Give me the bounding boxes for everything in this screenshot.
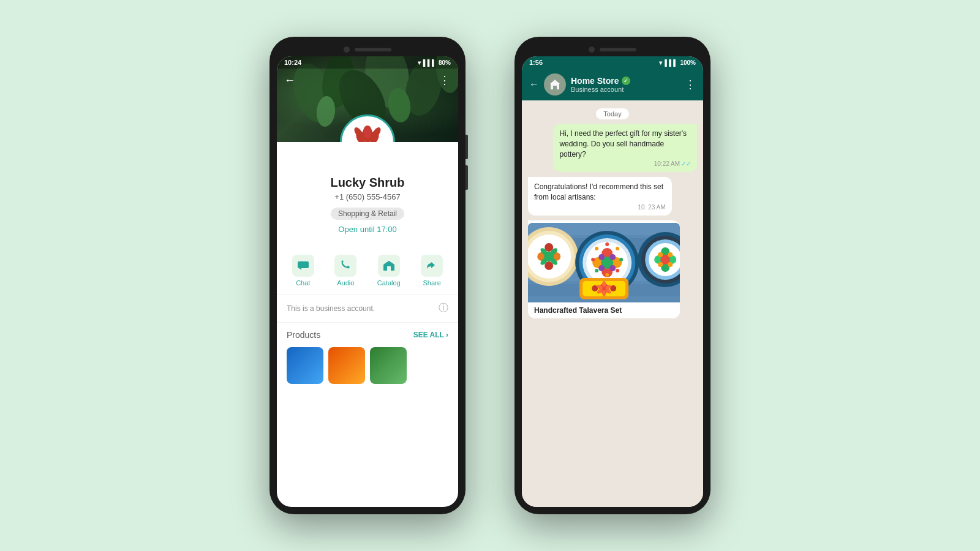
front-camera-2: [589, 47, 595, 53]
shrub-logo: LUCKYSHRUB: [352, 119, 383, 142]
svg-point-15: [364, 126, 371, 138]
catalog-label: Catalog: [377, 279, 401, 287]
svg-point-54: [598, 265, 605, 271]
back-button-1[interactable]: ←: [284, 74, 295, 87]
time-display-2: 1:56: [529, 59, 543, 66]
product-card-image: [528, 223, 680, 302]
svg-point-86: [658, 262, 663, 267]
share-label: Share: [423, 279, 441, 287]
svg-rect-16: [298, 261, 309, 268]
svg-point-56: [605, 242, 609, 246]
share-icon: [421, 255, 443, 277]
svg-point-57: [616, 247, 619, 250]
phone-2-screen: 1:56 ▾ ▌▌▌ 100% ← Home Store: [522, 56, 703, 507]
phone-1-notch: [277, 44, 458, 56]
business-hours: Open until 17:00: [287, 225, 448, 234]
svg-marker-17: [299, 268, 301, 270]
product-thumb-1[interactable]: [287, 347, 323, 384]
message-received-1: Congratulations! I'd recommend this set …: [528, 177, 672, 216]
share-action-button[interactable]: Share: [421, 255, 443, 287]
signal-icon: ▌▌▌: [423, 59, 436, 66]
svg-point-58: [619, 258, 623, 261]
svg-point-69: [602, 281, 606, 287]
menu-button-1[interactable]: ⋮: [439, 73, 451, 87]
speaker-2: [600, 48, 636, 51]
svg-point-59: [616, 269, 619, 272]
svg-point-52: [598, 254, 605, 260]
svg-point-87: [668, 262, 673, 267]
status-bar-2: 1:56 ▾ ▌▌▌ 100%: [522, 56, 703, 69]
share-svg-icon: [426, 261, 437, 271]
chat-header: ← Home Store ✓ Business account ⋮: [522, 69, 703, 100]
business-name: Lucky Shrub: [287, 176, 448, 190]
product-thumb-3[interactable]: [370, 347, 407, 384]
status-icons-2: ▾ ▌▌▌ 100%: [659, 59, 696, 66]
volume-down-btn[interactable]: [466, 165, 468, 190]
audio-label: Audio: [337, 279, 354, 287]
product-card-message[interactable]: Handcrafted Talavera Set: [528, 220, 680, 318]
chat-subtitle: Business account: [571, 86, 680, 93]
business-note-row: This is a business account. ⓘ: [277, 294, 458, 323]
svg-rect-24: [553, 86, 557, 89]
avatar-inner: LUCKYSHRUB: [343, 118, 392, 142]
verified-badge: ✓: [622, 77, 630, 85]
product-card: Handcrafted Talavera Set: [528, 223, 680, 318]
chat-menu-button[interactable]: ⋮: [685, 78, 696, 91]
business-category: Shopping & Retail: [331, 208, 404, 220]
back-button-2[interactable]: ←: [529, 79, 539, 90]
volume-up-btn[interactable]: [466, 135, 468, 159]
svg-point-61: [595, 269, 598, 272]
see-all-button[interactable]: SEE ALL ›: [413, 331, 448, 339]
chat-avatar: [544, 73, 566, 96]
chat-info: Home Store ✓ Business account: [571, 76, 680, 93]
business-note-text: This is a business account.: [287, 304, 375, 313]
phone-1: 10:24 ▾ ▌▌▌ 80% ← ⋮: [270, 37, 466, 514]
sent-time: 10:22 AM: [654, 160, 680, 167]
catalog-action-button[interactable]: Catalog: [377, 255, 401, 287]
svg-point-85: [668, 252, 673, 257]
front-camera: [344, 47, 350, 53]
svg-marker-19: [383, 261, 394, 264]
received-message-text: Congratulations! I'd recommend this set …: [534, 182, 666, 203]
received-message-meta: 10: 23 AM: [534, 204, 666, 211]
business-phone: +1 (650) 555-4567: [287, 192, 448, 201]
products-grid: [277, 343, 458, 388]
audio-action-button[interactable]: Audio: [334, 255, 356, 287]
profile-info-section: Lucky Shrub +1 (650) 555-4567 Shopping &…: [277, 142, 458, 250]
status-bar-1: 10:24 ▾ ▌▌▌ 80%: [277, 56, 458, 69]
svg-point-62: [591, 258, 595, 261]
chat-messages-area: Today Hi, I need the perfect gift for my…: [522, 100, 703, 507]
profile-header: 10:24 ▾ ▌▌▌ 80% ← ⋮: [277, 56, 458, 142]
product-thumb-2[interactable]: [328, 347, 365, 384]
svg-point-72: [602, 290, 606, 296]
received-time: 10: 23 AM: [638, 204, 666, 211]
chat-label: Chat: [296, 279, 310, 287]
sent-message-meta: 10:22 AM ✓✓: [559, 160, 691, 167]
product-card-title: Handcrafted Talavera Set: [528, 302, 680, 318]
battery-display-1: 80%: [439, 59, 451, 66]
speaker: [355, 48, 391, 51]
signal-icon-2: ▌▌▌: [665, 59, 677, 66]
chat-icon: [292, 255, 314, 277]
battery-display-2: 100%: [680, 59, 696, 66]
svg-point-53: [609, 254, 616, 260]
chat-svg-icon: [298, 261, 309, 270]
date-label: Today: [596, 108, 628, 119]
products-section-header: Products SEE ALL ›: [277, 323, 458, 343]
date-separator: Today: [528, 108, 697, 119]
audio-icon: [334, 255, 356, 277]
status-icons-1: ▾ ▌▌▌ 80%: [418, 59, 451, 66]
catalog-icon: [378, 255, 400, 277]
wifi-icon: ▾: [418, 59, 421, 66]
chat-action-button[interactable]: Chat: [292, 255, 314, 287]
phone-2: 1:56 ▾ ▌▌▌ 100% ← Home Store: [514, 37, 710, 514]
phone-svg-icon: [341, 260, 350, 271]
wifi-icon-2: ▾: [659, 59, 662, 66]
svg-rect-20: [387, 266, 391, 271]
time-display-1: 10:24: [284, 59, 301, 66]
action-buttons-row: Chat Audio Catalog: [277, 250, 458, 294]
phone-1-screen: 10:24 ▾ ▌▌▌ 80% ← ⋮: [277, 56, 458, 507]
sent-message-text: Hi, I need the perfect gift for my siste…: [559, 129, 691, 159]
info-icon[interactable]: ⓘ: [439, 302, 448, 315]
shrub-svg: [352, 119, 383, 142]
